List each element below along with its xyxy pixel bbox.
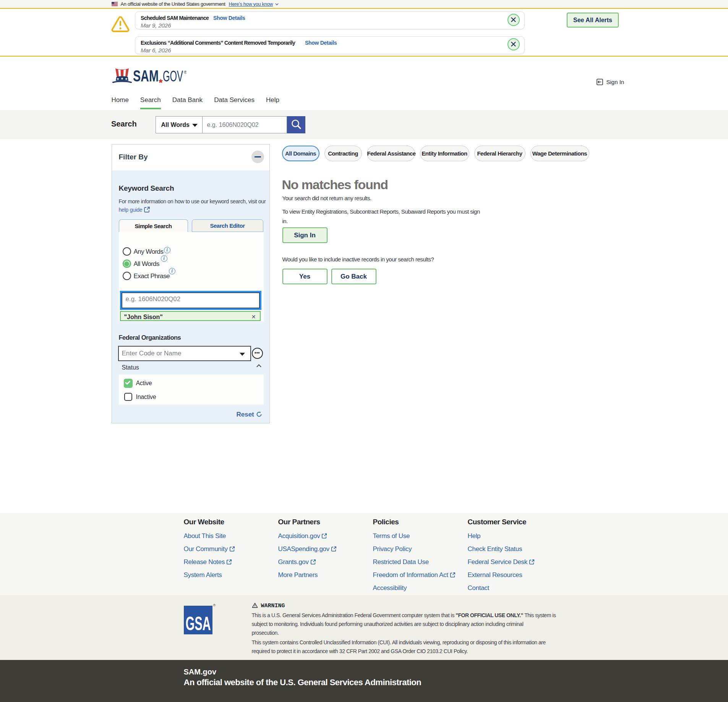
svg-text:GOV: GOV: [163, 67, 183, 84]
svg-text:SAM: SAM: [133, 67, 159, 84]
svg-text:GSA: GSA: [185, 613, 211, 634]
svg-text:®: ®: [184, 70, 186, 75]
